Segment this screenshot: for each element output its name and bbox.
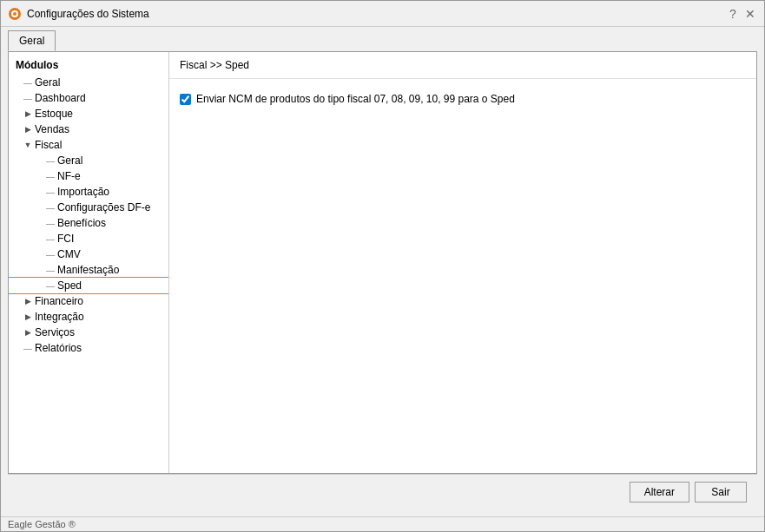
sidebar-item-label: Configurações DF-e [57, 201, 150, 213]
dash-icon: — [45, 281, 56, 291]
sidebar-item-label: Integração [35, 311, 84, 323]
sidebar-item-integracao[interactable]: ▶ Integração [9, 309, 168, 325]
sidebar: Módulos — Geral — Dashboard ▶ Estoque [9, 52, 169, 473]
sidebar-item-label: CMV [57, 248, 81, 260]
expand-icon: ▶ [23, 108, 33, 119]
right-panel-content: Enviar NCM de produtos do tipo fiscal 07… [169, 79, 756, 473]
ncm-checkbox-label: Enviar NCM de produtos do tipo fiscal 07… [196, 93, 515, 105]
dash-icon: — [45, 219, 56, 228]
sidebar-item-financeiro[interactable]: ▶ Financeiro [9, 293, 168, 309]
tabs-bar: Geral [1, 27, 764, 51]
sidebar-item-estoque[interactable]: ▶ Estoque [9, 106, 168, 122]
sidebar-item-fiscal-sped[interactable]: — Sped [9, 278, 168, 293]
sidebar-item-label: Benefícios [57, 217, 106, 229]
sidebar-item-fiscal-nfe[interactable]: — NF-e [9, 168, 168, 184]
window-title: Configurações do Sistema [27, 8, 149, 20]
main-window: Configurações do Sistema ? ✕ Geral Módul… [0, 0, 765, 532]
sidebar-item-fiscal-manifestacao[interactable]: — Manifestação [9, 262, 168, 278]
sidebar-item-fiscal-beneficios[interactable]: — Benefícios [9, 215, 168, 231]
sidebar-item-label: Manifestação [57, 264, 119, 276]
dash-icon: — [45, 266, 56, 275]
content-area: Módulos — Geral — Dashboard ▶ Estoque [8, 51, 757, 474]
sidebar-item-fiscal-geral[interactable]: — Geral [9, 153, 168, 168]
dash-icon: — [45, 172, 56, 181]
dash-icon: — [45, 203, 56, 213]
footer: Alterar Sair [8, 474, 757, 509]
title-bar: Configurações do Sistema ? ✕ [1, 1, 764, 27]
sidebar-item-geral[interactable]: — Geral [9, 75, 168, 90]
sidebar-item-dashboard[interactable]: — Dashboard [9, 90, 168, 106]
sidebar-title: Módulos [9, 56, 168, 75]
sidebar-item-label: Relatórios [35, 342, 82, 354]
sidebar-item-vendas[interactable]: ▶ Vendas [9, 122, 168, 137]
dash-icon: — [23, 94, 33, 103]
sidebar-item-label: NF-e [57, 170, 81, 182]
title-bar-controls: ? ✕ [726, 7, 757, 21]
sidebar-item-label: Geral [35, 76, 60, 89]
sair-button[interactable]: Sair [695, 482, 747, 502]
sidebar-item-label: Importação [57, 186, 109, 198]
sidebar-item-label: FCI [57, 233, 74, 245]
expand-icon: ▶ [23, 327, 33, 338]
sidebar-item-fiscal-fci[interactable]: — FCI [9, 231, 168, 246]
sidebar-item-servicos[interactable]: ▶ Serviços [9, 325, 168, 340]
help-button[interactable]: ? [726, 7, 740, 21]
sidebar-item-fiscal-config-dfe[interactable]: — Configurações DF-e [9, 200, 168, 215]
app-icon [8, 7, 22, 21]
right-panel: Fiscal >> Sped Enviar NCM de produtos do… [169, 52, 756, 473]
dash-icon: — [45, 250, 56, 259]
expand-icon: ▶ [23, 124, 33, 135]
main-panel: Módulos — Geral — Dashboard ▶ Estoque [9, 52, 756, 473]
expand-icon: ▶ [23, 312, 33, 322]
sidebar-item-fiscal-cmv[interactable]: — CMV [9, 246, 168, 262]
sidebar-item-label: Geral [57, 154, 82, 167]
tab-geral[interactable]: Geral [8, 30, 56, 51]
dash-icon: — [45, 234, 56, 244]
expand-icon: ▶ [23, 296, 33, 306]
dash-icon: — [23, 344, 33, 353]
app-footer-label: Eagle Gestão ® [8, 519, 76, 529]
sidebar-item-label: Financeiro [35, 295, 83, 307]
sidebar-item-label: Vendas [35, 123, 69, 135]
breadcrumb: Fiscal >> Sped [169, 52, 756, 79]
sidebar-item-relatorios[interactable]: — Relatórios [9, 340, 168, 356]
collapse-icon: ▼ [23, 140, 33, 150]
alterar-button[interactable]: Alterar [630, 482, 689, 502]
sidebar-item-label: Estoque [35, 108, 73, 120]
dash-icon: — [45, 156, 56, 166]
app-footer: Eagle Gestão ® [1, 516, 764, 531]
close-button[interactable]: ✕ [743, 7, 757, 21]
sidebar-item-label: Dashboard [35, 92, 86, 104]
sidebar-item-label: Fiscal [35, 139, 62, 151]
checkbox-row: Enviar NCM de produtos do tipo fiscal 07… [180, 93, 746, 105]
ncm-checkbox[interactable] [180, 94, 191, 105]
sidebar-item-label: Sped [57, 279, 82, 292]
title-bar-left: Configurações do Sistema [8, 7, 149, 21]
dash-icon: — [23, 78, 33, 88]
sidebar-item-fiscal-importacao[interactable]: — Importação [9, 184, 168, 200]
dash-icon: — [45, 187, 56, 197]
sidebar-item-label: Serviços [35, 326, 75, 338]
svg-point-2 [13, 12, 16, 16]
sidebar-item-fiscal[interactable]: ▼ Fiscal [9, 137, 168, 153]
